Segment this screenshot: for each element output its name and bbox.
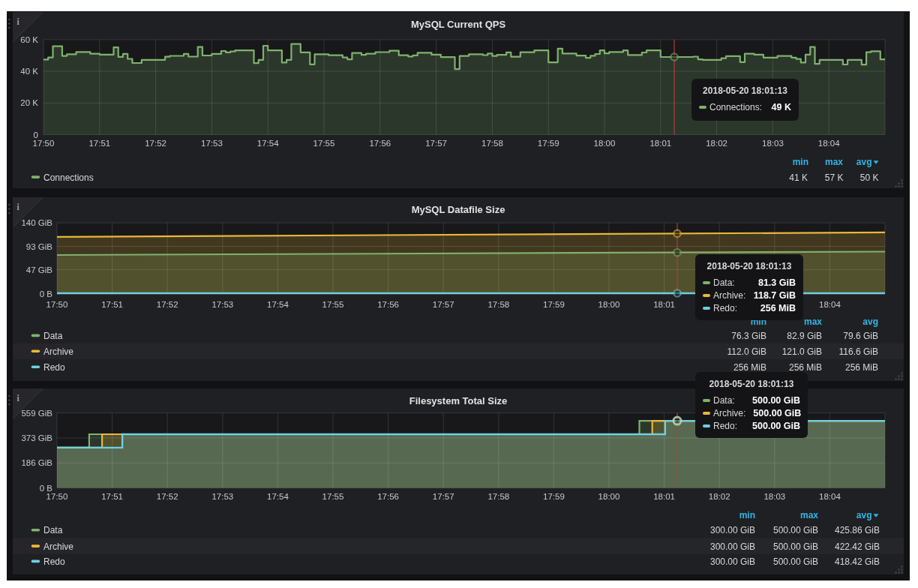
svg-text:18:04: 18:04 (819, 300, 841, 309)
svg-text:17:55: 17:55 (322, 492, 344, 501)
svg-text:17:51: 17:51 (101, 492, 123, 501)
svg-text:256 MiB: 256 MiB (845, 362, 878, 373)
svg-text:17:50: 17:50 (46, 492, 68, 501)
svg-text:Archive: Archive (44, 541, 74, 551)
svg-text:17:52: 17:52 (157, 492, 178, 501)
svg-text:Data: Data (44, 525, 63, 536)
svg-text:0 B: 0 B (40, 289, 53, 298)
svg-text:40 K: 40 K (20, 67, 38, 76)
svg-text:18:00: 18:00 (598, 492, 620, 501)
svg-text:Archive: Archive (44, 346, 74, 357)
svg-text:18:02: 18:02 (706, 139, 728, 148)
svg-text:17:52: 17:52 (145, 139, 166, 148)
svg-text:20 K: 20 K (20, 98, 38, 107)
svg-text:422.42 GiB: 422.42 GiB (835, 542, 880, 552)
svg-text:17:55: 17:55 (322, 299, 344, 308)
svg-text:avg: avg (856, 157, 872, 167)
svg-text:17:57: 17:57 (425, 139, 447, 148)
svg-text:79.6 GiB: 79.6 GiB (843, 331, 878, 341)
svg-text:121.0 GiB: 121.0 GiB (782, 346, 822, 357)
svg-text:min: min (740, 510, 755, 520)
svg-text:116.6 GiB: 116.6 GiB (839, 346, 878, 357)
svg-text:Redo: Redo (44, 362, 65, 373)
svg-text:Connections: Connections (44, 172, 94, 182)
svg-text:18:01: 18:01 (650, 139, 671, 148)
svg-text:41 K: 41 K (789, 172, 808, 183)
svg-text:Filesystem Total Size: Filesystem Total Size (410, 394, 508, 406)
svg-text:17:58: 17:58 (482, 139, 503, 148)
svg-text:500.00 GiB: 500.00 GiB (773, 556, 818, 567)
svg-text:112.0 GiB: 112.0 GiB (728, 346, 766, 357)
svg-text:300.00 GiB: 300.00 GiB (710, 525, 755, 536)
svg-text:17:50: 17:50 (33, 139, 55, 148)
svg-text:MySQL Datafile Size: MySQL Datafile Size (412, 203, 506, 214)
svg-text:18:01: 18:01 (653, 492, 675, 501)
svg-text:17:53: 17:53 (212, 299, 233, 308)
svg-text:418.42 GiB: 418.42 GiB (835, 556, 880, 567)
svg-text:50 K: 50 K (860, 172, 879, 183)
svg-text:max: max (804, 316, 822, 327)
svg-text:500.00 GiB: 500.00 GiB (773, 542, 818, 552)
svg-text:17:54: 17:54 (267, 299, 289, 308)
svg-text:avg: avg (862, 316, 878, 327)
svg-text:256 MiB: 256 MiB (789, 362, 822, 373)
svg-text:min: min (793, 157, 808, 167)
svg-text:300.00 GiB: 300.00 GiB (710, 542, 755, 552)
svg-text:17:53: 17:53 (201, 139, 223, 148)
svg-text:max: max (800, 510, 818, 520)
svg-text:17:59: 17:59 (543, 492, 565, 501)
svg-text:18:02: 18:02 (709, 492, 730, 501)
svg-text:17:56: 17:56 (377, 492, 399, 501)
svg-text:82.9 GiB: 82.9 GiB (787, 331, 822, 341)
svg-text:17:54: 17:54 (257, 139, 279, 148)
svg-text:140 GiB: 140 GiB (21, 218, 52, 227)
svg-text:MySQL Current QPS: MySQL Current QPS (411, 18, 506, 29)
svg-text:17:51: 17:51 (88, 139, 110, 148)
svg-text:17:56: 17:56 (369, 139, 391, 148)
svg-text:186 GiB: 186 GiB (21, 458, 52, 467)
svg-text:17:52: 17:52 (157, 299, 178, 308)
svg-text:559 GiB: 559 GiB (21, 409, 52, 418)
svg-text:60 K: 60 K (20, 35, 38, 44)
svg-text:17:58: 17:58 (488, 492, 509, 501)
svg-text:76.3 GiB: 76.3 GiB (731, 331, 766, 341)
svg-text:18:03: 18:03 (762, 139, 784, 148)
svg-text:373 GiB: 373 GiB (21, 434, 52, 442)
svg-text:47 GiB: 47 GiB (26, 266, 52, 274)
svg-text:18:04: 18:04 (819, 492, 841, 501)
svg-text:17:59: 17:59 (543, 300, 565, 309)
svg-text:avg: avg (856, 510, 872, 520)
svg-text:17:53: 17:53 (212, 492, 233, 501)
svg-text:18:03: 18:03 (764, 492, 785, 501)
svg-text:300.00 GiB: 300.00 GiB (710, 556, 755, 567)
svg-text:17:57: 17:57 (433, 299, 454, 308)
svg-text:93 GiB: 93 GiB (26, 242, 52, 250)
svg-text:18:01: 18:01 (653, 300, 675, 309)
svg-text:Data: Data (44, 331, 63, 341)
svg-text:425.86 GiB: 425.86 GiB (835, 525, 880, 536)
svg-text:max: max (825, 157, 843, 167)
svg-text:18:04: 18:04 (818, 139, 840, 148)
svg-text:0: 0 (34, 130, 38, 139)
svg-text:17:51: 17:51 (101, 299, 123, 308)
svg-text:17:54: 17:54 (267, 492, 289, 501)
svg-text:18:00: 18:00 (598, 300, 620, 309)
svg-text:17:59: 17:59 (538, 139, 560, 148)
svg-text:18:00: 18:00 (594, 139, 616, 148)
svg-text:17:58: 17:58 (488, 300, 509, 309)
svg-text:17:56: 17:56 (377, 299, 399, 308)
svg-text:17:55: 17:55 (314, 139, 335, 148)
svg-text:17:50: 17:50 (46, 299, 68, 308)
svg-text:57 K: 57 K (825, 172, 844, 183)
svg-text:17:57: 17:57 (433, 492, 454, 501)
svg-text:256 MiB: 256 MiB (734, 362, 766, 373)
svg-text:500.00 GiB: 500.00 GiB (773, 525, 818, 536)
svg-text:0 B: 0 B (40, 484, 53, 493)
svg-text:Redo: Redo (44, 556, 65, 567)
